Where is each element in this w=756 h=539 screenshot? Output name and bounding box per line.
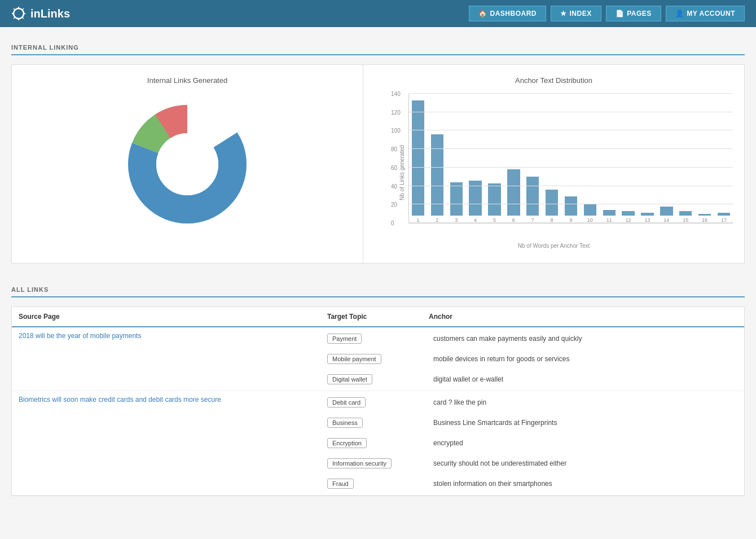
- pages-button[interactable]: 📄 PAGES: [606, 6, 661, 21]
- bar: [526, 177, 539, 216]
- topic-badge: Encryption: [327, 438, 367, 448]
- bar-chart: Nb of Links generated 020406080100120140…: [375, 94, 733, 252]
- bar-column: 10: [581, 94, 599, 223]
- y-tick-label: 40: [391, 183, 397, 189]
- bar-x-label: 1: [416, 217, 419, 223]
- anchors-col-0: customers can make payments easily and q…: [429, 327, 744, 391]
- source-link-1[interactable]: Biometrics will soon make credit cards a…: [19, 396, 221, 404]
- bar-column: 11: [600, 94, 618, 223]
- bar: [584, 204, 596, 216]
- topic-item: Payment: [327, 331, 429, 347]
- anchor-text: security should not be underestimated ei…: [433, 455, 740, 471]
- bar: [450, 182, 463, 216]
- anchor-text: customers can make payments easily and q…: [433, 331, 740, 347]
- bar-column: 3: [447, 94, 465, 223]
- anchor-text: digital wallet or e-wallet: [433, 371, 740, 387]
- dashboard-button[interactable]: 🏠 DASHBOARD: [469, 6, 546, 21]
- bar: [488, 183, 500, 216]
- source-cell-0: 2018 will be the year of mobile payments: [12, 327, 327, 391]
- bar: [565, 196, 577, 216]
- donut-chart: [23, 94, 351, 235]
- bar: [469, 181, 481, 216]
- charts-row: Internal Links Generated Anchor Text Dis…: [11, 64, 745, 264]
- internal-linking-header: INTERNAL LINKING: [11, 38, 745, 55]
- logo-text: inLinks: [30, 7, 70, 20]
- donut-chart-panel: Internal Links Generated: [12, 65, 363, 263]
- bar-column: 2: [428, 94, 446, 223]
- x-axis-label: Nb of Words per Anchor Text: [518, 243, 590, 249]
- my-account-button[interactable]: 👤 MY ACCOUNT: [666, 6, 745, 21]
- topic-badge: Information security: [327, 458, 392, 468]
- topic-item: Debit card: [327, 395, 429, 410]
- topic-badge: Fraud: [327, 479, 354, 489]
- main-nav: 🏠 DASHBOARD ★ INDEX 📄 PAGES 👤 MY ACCOUNT: [469, 6, 745, 21]
- bar-column: 17: [715, 94, 733, 223]
- bar-column: 8: [543, 94, 561, 223]
- index-button[interactable]: ★ INDEX: [551, 6, 601, 21]
- y-tick-label: 140: [391, 91, 401, 97]
- bar-x-label: 4: [474, 217, 477, 223]
- star-icon: ★: [560, 10, 567, 17]
- svg-point-12: [156, 133, 218, 195]
- y-tick-label: 80: [391, 146, 397, 152]
- bar-x-label: 15: [683, 217, 688, 223]
- bar-x-label: 11: [606, 217, 612, 223]
- bar: [660, 207, 673, 216]
- topic-badge: Mobile payment: [327, 354, 381, 364]
- y-axis-label: Nb of Links generated: [399, 145, 405, 200]
- svg-line-6: [22, 17, 24, 19]
- bar-x-label: 13: [644, 217, 650, 223]
- col-source: Source Page: [19, 313, 327, 321]
- table-header: Source Page Target Topic Anchor: [12, 307, 744, 327]
- topics-col-0: PaymentMobile paymentDigital wallet: [327, 327, 429, 391]
- bar: [679, 211, 692, 216]
- topic-item: Information security: [327, 455, 429, 471]
- bar-column: 16: [696, 94, 714, 223]
- bar-x-label: 9: [569, 217, 572, 223]
- topic-item: Encryption: [327, 435, 429, 451]
- user-icon: 👤: [675, 10, 684, 17]
- anchors-col-1: card ? like the pinBusiness Line Smartca…: [429, 391, 744, 495]
- sun-icon: [11, 6, 26, 21]
- col-topic: Target Topic: [327, 313, 429, 321]
- header: inLinks 🏠 DASHBOARD ★ INDEX 📄 PAGES 👤 MY…: [0, 0, 756, 27]
- bar-x-label: 14: [663, 217, 669, 223]
- anchor-text: card ? like the pin: [433, 395, 740, 410]
- topics-col-1: Debit cardBusinessEncryptionInformation …: [327, 391, 429, 495]
- bar-x-label: 3: [455, 217, 458, 223]
- y-tick-label: 0: [391, 220, 394, 226]
- topic-item: Digital wallet: [327, 371, 429, 387]
- bar-column: 6: [504, 94, 522, 223]
- topic-item: Business: [327, 415, 429, 431]
- y-tick-label: 20: [391, 201, 397, 208]
- bar-chart-panel: Anchor Text Distribution Nb of Links gen…: [363, 65, 744, 263]
- topic-badge: Digital wallet: [327, 374, 372, 384]
- bar: [603, 210, 616, 216]
- svg-line-5: [14, 8, 15, 10]
- bar-x-label: 5: [493, 217, 496, 223]
- bar: [698, 214, 711, 216]
- bar: [641, 213, 653, 216]
- bar-column: 9: [562, 94, 580, 223]
- bar: [622, 211, 634, 216]
- bar: [412, 100, 424, 216]
- bar-column: 1: [409, 94, 427, 223]
- svg-line-7: [22, 8, 24, 10]
- bar-column: 4: [467, 94, 485, 223]
- logo: inLinks: [11, 6, 70, 21]
- bar-x-label: 2: [436, 217, 438, 223]
- bar-x-label: 8: [551, 217, 553, 223]
- table-row: 2018 will be the year of mobile payments…: [12, 327, 744, 391]
- bar: [507, 169, 520, 216]
- source-cell-1: Biometrics will soon make credit cards a…: [12, 391, 327, 495]
- source-link-0[interactable]: 2018 will be the year of mobile payments: [19, 332, 141, 340]
- all-links-header: ALL LINKS: [11, 281, 745, 297]
- bar-column: 13: [639, 94, 657, 223]
- page-content: INTERNAL LINKING Internal Links Generate…: [0, 27, 756, 507]
- topic-item: Fraud: [327, 476, 429, 492]
- col-anchor: Anchor: [429, 313, 737, 321]
- y-tick-label: 120: [391, 109, 401, 115]
- bar-x-label: 17: [721, 217, 727, 223]
- bar-column: 14: [657, 94, 675, 223]
- bar-chart-title: Anchor Text Distribution: [375, 76, 733, 85]
